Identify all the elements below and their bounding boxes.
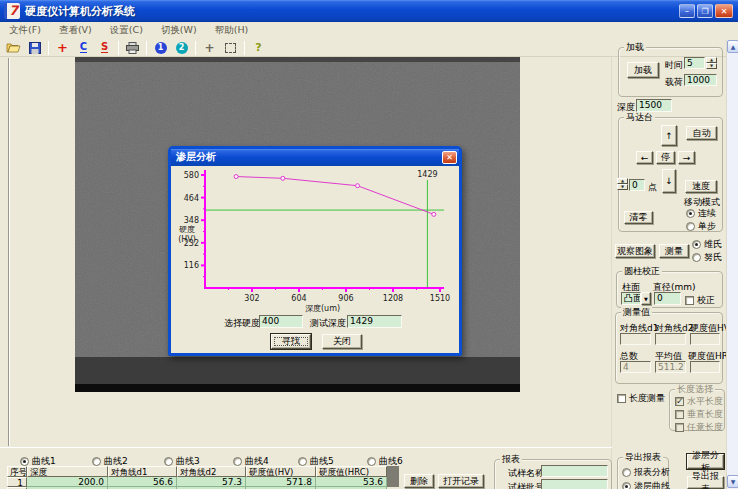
radio-icon [20, 457, 29, 466]
radio-icon [233, 457, 242, 466]
depth-field[interactable]: 1500 [636, 99, 672, 112]
radio-icon [686, 222, 695, 231]
d1-field[interactable] [620, 333, 651, 345]
cell-d1[interactable]: 56.6 [108, 477, 177, 487]
find-button[interactable]: 寻找 [271, 334, 311, 349]
vertical-length-checkbox[interactable]: 垂直长度 [675, 408, 723, 421]
delete-button[interactable]: 删除 [404, 474, 434, 488]
close-button[interactable]: ✕ [715, 4, 733, 18]
left-splitter[interactable] [8, 58, 10, 446]
menu-switch[interactable]: 切换(W) [152, 24, 206, 37]
avg-field[interactable]: 511.27 [655, 361, 686, 373]
dialog-close-button[interactable]: 关闭 [322, 334, 362, 349]
radio-icon [622, 468, 631, 477]
hrc-field[interactable] [690, 361, 720, 373]
motor-left-button[interactable]: ← [636, 151, 653, 164]
open-icon[interactable] [4, 40, 23, 56]
d2-field[interactable] [655, 333, 686, 345]
weight-field[interactable]: 1000 [684, 74, 717, 86]
curve-s-icon[interactable]: S [95, 40, 114, 56]
cell-hrc[interactable]: 53.6 [316, 477, 387, 487]
measure-button[interactable]: 测量 [659, 244, 689, 258]
help-icon[interactable]: ? [249, 40, 268, 56]
print-icon[interactable] [123, 40, 142, 56]
toolbar-separator [48, 41, 49, 55]
points-spinner[interactable]: ▲▼ [617, 178, 628, 190]
zero-button[interactable]: 清零 [624, 211, 653, 224]
svg-text:1208: 1208 [383, 294, 403, 303]
open-record-button[interactable]: 打开记录 [438, 474, 484, 488]
speed-button[interactable]: 速度 [685, 180, 717, 193]
crosshair-icon[interactable]: + [200, 40, 219, 56]
row-header[interactable]: 1 [7, 477, 27, 487]
bottom-divider [0, 447, 612, 448]
correct-checkbox[interactable]: 校正 [685, 294, 715, 307]
save-icon[interactable] [25, 40, 44, 56]
mode-step-radio[interactable]: 单步 [686, 220, 716, 233]
menu-settings[interactable]: 设置(C) [101, 24, 152, 37]
checkbox-icon [617, 394, 626, 403]
motor-right-button[interactable]: → [678, 151, 695, 164]
app-window: 7 硬度仪计算机分析系统 – ❐ ✕ 文件(F) 查看(V) 设置(C) 切换(… [0, 0, 738, 489]
count-field[interactable]: 4 [620, 361, 651, 373]
scroll-down-icon[interactable]: ▼ [727, 475, 738, 488]
test-depth-field[interactable]: 1429 [347, 315, 402, 328]
mode-continuous-radio[interactable]: 连续 [686, 207, 716, 220]
minimize-button[interactable]: – [679, 4, 695, 18]
frame-icon[interactable] [221, 40, 240, 56]
any-length-checkbox[interactable]: 任意长度 [675, 421, 723, 434]
cell-depth[interactable]: 200.0 [27, 477, 108, 487]
knoop-radio[interactable]: 努氏 [692, 251, 722, 264]
motor-up-button[interactable]: ↑ [661, 125, 677, 146]
vickers-radio[interactable]: 维氏 [692, 238, 722, 251]
svg-text:580: 580 [184, 171, 199, 180]
radio-icon [298, 457, 307, 466]
view-1-icon[interactable]: 1 [151, 40, 170, 56]
sample-batch-field[interactable] [541, 479, 608, 489]
layer-curve-radio[interactable]: 渗层曲线 [622, 480, 670, 489]
length-measure-checkbox[interactable]: 长度测量 [617, 392, 665, 405]
select-hardness-field[interactable]: 400 [259, 315, 303, 328]
observe-image-button[interactable]: 观察图象 [615, 244, 655, 258]
time-spinner[interactable]: ▲▼ [706, 57, 717, 69]
motor-auto-button[interactable]: 自动 [686, 126, 717, 140]
cell-d2[interactable]: 57.3 [177, 477, 246, 487]
radio-icon [622, 482, 631, 489]
horizontal-length-checkbox[interactable]: 水平长度 [675, 395, 723, 408]
motor-stop-button[interactable]: 停 [656, 151, 675, 164]
report-analysis-radio[interactable]: 报表分析 [622, 466, 670, 479]
curve-c-icon[interactable]: C [74, 40, 93, 56]
radio-icon [164, 457, 173, 466]
menu-help[interactable]: 帮助(H) [206, 24, 258, 37]
motor-down-button[interactable]: ↓ [662, 169, 676, 193]
add-cross-icon[interactable]: + [53, 40, 72, 56]
sample-batch-label: 试样批号 [508, 481, 544, 489]
col-header-hv: 硬度值(HV) [246, 466, 316, 477]
svg-text:906: 906 [338, 294, 353, 303]
dialog-close-icon[interactable]: ✕ [442, 151, 457, 164]
checkbox-icon [675, 423, 684, 432]
hv-field[interactable] [690, 333, 720, 345]
toolbar-separator [195, 41, 196, 55]
layer-analysis-button[interactable]: 渗层分析 [687, 454, 724, 469]
table-corner-filler [387, 466, 399, 487]
radio-icon [692, 240, 701, 249]
diameter-field[interactable]: 0 [654, 292, 681, 305]
face-dropdown[interactable]: 凸面 [621, 292, 641, 305]
sample-name-field[interactable] [541, 465, 608, 477]
cell-hv[interactable]: 571.8 [246, 477, 316, 487]
svg-text:(HV): (HV) [178, 235, 196, 244]
points-field[interactable]: 0 [629, 179, 645, 191]
view-2-icon[interactable]: 2 [172, 40, 191, 56]
panel-divider [611, 57, 612, 489]
title-bar: 7 硬度仪计算机分析系统 – ❐ ✕ [0, 0, 738, 22]
panel-scrollbar[interactable]: ▲ ▼ [726, 40, 738, 489]
time-field[interactable]: 5 [684, 57, 705, 69]
face-dropdown-arrow-icon[interactable]: ▼ [641, 292, 651, 305]
menu-file[interactable]: 文件(F) [0, 24, 50, 37]
restore-button[interactable]: ❐ [697, 4, 713, 18]
menu-view[interactable]: 查看(V) [50, 24, 101, 37]
load-button[interactable]: 加载 [627, 62, 659, 78]
export-report-button[interactable]: 导出报表 [687, 476, 724, 489]
scroll-up-icon[interactable]: ▲ [727, 40, 738, 53]
